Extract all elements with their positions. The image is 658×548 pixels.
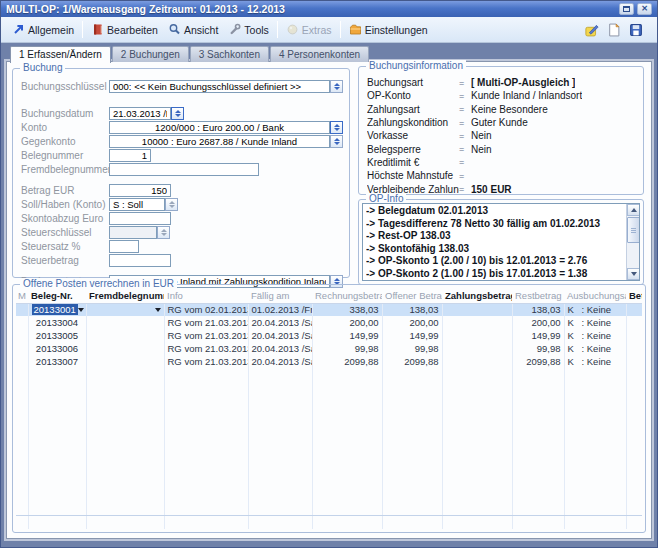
window-body: 1 Erfassen/Ändern 2 Buchungen 3 Sachkont…: [1, 43, 657, 547]
col-ausbuchungsart[interactable]: Ausbuchungsart: [564, 288, 626, 303]
op-info-line: -> OP-Skonto 2 (1.00 / 15) bis 17.01.201…: [366, 268, 624, 280]
scrollbar-thumb[interactable]: [627, 217, 640, 243]
col-info[interactable]: Info: [164, 288, 248, 303]
skontoabzug-input[interactable]: [109, 212, 171, 225]
belegnummer-input[interactable]: [109, 149, 151, 162]
menu-bearbeiten[interactable]: Bearbeiten: [86, 21, 163, 38]
betrag-cell[interactable]: [626, 316, 642, 329]
menu-einstellungen[interactable]: Einstellungen: [344, 21, 433, 38]
col-zahlungsbetrag[interactable]: Zahlungsbetrag: [442, 288, 512, 303]
col-beleg-nr[interactable]: Beleg-Nr.: [28, 288, 86, 303]
faellig-cell: 20.04.2013 /Sa: [248, 329, 312, 342]
ausbuchungsart-cell[interactable]: K: Keine: [564, 355, 626, 368]
tab-buchungen[interactable]: 2 Buchungen: [112, 46, 189, 62]
zahlungsbetrag-cell[interactable]: [442, 316, 512, 329]
zahlungsbetrag-cell[interactable]: [442, 303, 512, 316]
col-fremdbelegnummer[interactable]: Fremdbelegnummer: [86, 288, 164, 303]
steuerbetrag-input[interactable]: [109, 254, 171, 267]
dropdown-arrow-icon[interactable]: [155, 308, 161, 312]
zahlungsbetrag-cell[interactable]: [442, 355, 512, 368]
op-info-line: -> Skontofähig 138.03: [366, 243, 624, 256]
titlebar[interactable]: MULTI-OP: 1/Warenausgang Zeitraum: 01.20…: [1, 1, 657, 17]
menu-label: Extras: [302, 24, 332, 36]
annotate-button[interactable]: [585, 23, 599, 37]
spinner-down-icon: [175, 114, 181, 117]
soll-haben-dropdown-button[interactable]: [165, 198, 178, 211]
betrag-cell[interactable]: [626, 342, 642, 355]
gegenkonto-input[interactable]: [109, 135, 330, 148]
zahlungsbetrag-cell[interactable]: [442, 342, 512, 355]
spinner-up-icon: [161, 229, 167, 232]
steuerschluessel-label: Steuerschlüssel: [21, 227, 109, 238]
col-rechnungsbetrag[interactable]: Rechnungsbetrag: [312, 288, 382, 303]
betrag-cell[interactable]: [626, 329, 642, 342]
offener-betrag-cell: 2099,88: [382, 355, 442, 368]
scroll-up-button[interactable]: [627, 204, 640, 216]
spinner-up-icon: [175, 110, 181, 113]
new-document-button[interactable]: [607, 23, 621, 37]
beleg-nr-cell[interactable]: 20133001: [32, 304, 78, 315]
table-row[interactable]: 20133005 RG vom 21.03.2013 20.04.2013 /S…: [16, 329, 642, 342]
info-cell: RG vom 21.03.2013: [164, 342, 248, 355]
ausbuchungsart-cell[interactable]: K: Keine: [564, 303, 626, 316]
dropdown-arrow-icon[interactable]: [78, 308, 84, 312]
buchungsdatum-spinner-button[interactable]: [171, 107, 184, 120]
spinner-down-icon: [334, 142, 340, 145]
steuersatz-input[interactable]: [109, 240, 139, 253]
restore-button[interactable]: [619, 3, 634, 15]
betrag-eur-input[interactable]: [109, 184, 171, 197]
spinner-down-icon: [169, 205, 175, 208]
table-row[interactable]: 20133006 RG vom 21.03.2013 20.04.2013 /S…: [16, 342, 642, 355]
menu-allgemein[interactable]: Allgemein: [7, 21, 79, 38]
konto-input[interactable]: [109, 121, 330, 134]
scroll-down-button[interactable]: [627, 268, 640, 280]
equals-bullet: =: [459, 118, 471, 128]
steuerschluessel-dropdown-button[interactable]: [157, 226, 170, 239]
soll-haben-input[interactable]: [109, 198, 165, 211]
save-button[interactable]: [629, 23, 643, 37]
op-info-listbox[interactable]: -> Belegdatum 02.01.2013 -> Tagesdiffere…: [362, 203, 640, 281]
steuerschluessel-input[interactable]: [109, 226, 157, 239]
faellig-cell: 20.04.2013 /Sa: [248, 316, 312, 329]
close-button[interactable]: ✕: [637, 3, 652, 15]
col-m[interactable]: M: [16, 288, 28, 303]
menu-ansicht[interactable]: Ansicht: [163, 21, 223, 38]
gegenkonto-dropdown-button[interactable]: [330, 135, 343, 148]
spinner-up-icon: [334, 278, 340, 281]
betrag-cell[interactable]: [626, 303, 642, 316]
beleg-nr-cell: 20133005: [28, 329, 86, 342]
info-row: Zahlungsart=Keine Besondere: [367, 103, 639, 116]
buchungsschluessel-label: Buchungsschlüssel: [21, 81, 109, 92]
ausbuchungsart-cell[interactable]: K: Keine: [564, 342, 626, 355]
fremdbelegnummer-input[interactable]: [109, 163, 259, 176]
beleg-nr-cell: 20133007: [28, 355, 86, 368]
buchungsdatum-input[interactable]: [109, 107, 171, 120]
tab-erfassen-aendern[interactable]: 1 Erfassen/Ändern: [10, 46, 111, 63]
buchungsschluessel-input[interactable]: [109, 80, 330, 93]
tab-personenkonten[interactable]: 4 Personenkonten: [270, 46, 369, 62]
konto-dropdown-button[interactable]: [330, 121, 343, 134]
col-faellig-am[interactable]: Fällig am: [248, 288, 312, 303]
empty-row: [16, 407, 642, 420]
table-row[interactable]: 20133004 RG vom 21.03.2013 20.04.2013 /S…: [16, 316, 642, 329]
col-betrag[interactable]: Betrag: [626, 288, 642, 303]
empty-row: [16, 511, 642, 524]
table-row[interactable]: 20133001 RG vom 02.01.2013 01.02.2013 /F…: [16, 303, 642, 316]
buchungsschluessel-dropdown-button[interactable]: [330, 80, 343, 93]
extras-icon: [286, 23, 299, 36]
restbetrag-cell: 149,99: [512, 329, 564, 342]
toolbar-separator: [340, 21, 341, 38]
col-offener-betrag[interactable]: Offener Betrag: [382, 288, 442, 303]
op-info-line: -> Tagesdifferenz 78 Netto 30 fällig am …: [366, 218, 624, 231]
tabstrip: 1 Erfassen/Ändern 2 Buchungen 3 Sachkont…: [10, 46, 369, 63]
ausbuchungsart-cell[interactable]: K: Keine: [564, 329, 626, 342]
tab-sachkonten[interactable]: 3 Sachkonten: [190, 46, 269, 62]
ausbuchungsart-cell[interactable]: K: Keine: [564, 316, 626, 329]
table-row[interactable]: 20133007 RG vom 21.03.2013 20.04.2013 /S…: [16, 355, 642, 368]
zahlungsbetrag-cell[interactable]: [442, 329, 512, 342]
menu-tools[interactable]: Tools: [223, 21, 274, 38]
betrag-cell[interactable]: [626, 355, 642, 368]
col-restbetrag[interactable]: Restbetrag: [512, 288, 564, 303]
op-info-scrollbar[interactable]: [626, 204, 639, 280]
betrag-eur-label: Betrag EUR: [21, 185, 109, 196]
